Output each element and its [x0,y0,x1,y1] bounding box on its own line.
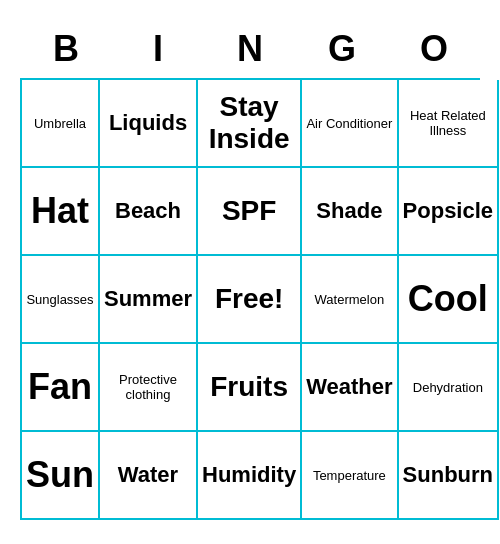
bingo-cell[interactable]: Sun [22,432,100,520]
bingo-cell[interactable]: Water [100,432,198,520]
cell-text: Humidity [202,462,296,488]
bingo-letter-g: G [296,24,388,74]
bingo-cell[interactable]: Umbrella [22,80,100,168]
bingo-cell[interactable]: Shade [302,168,398,256]
cell-text: Protective clothing [104,372,192,402]
cell-text: Sun [26,454,94,496]
bingo-cell[interactable]: Temperature [302,432,398,520]
cell-text: Popsicle [403,198,493,224]
cell-text: Umbrella [34,116,86,131]
cell-text: Heat Related Illness [403,108,493,138]
cell-text: Summer [104,286,192,312]
cell-text: Water [118,462,178,488]
bingo-grid: UmbrellaLiquidsStay InsideAir Conditione… [20,78,480,520]
bingo-cell[interactable]: Watermelon [302,256,398,344]
bingo-cell[interactable]: Humidity [198,432,302,520]
cell-text: Dehydration [413,380,483,395]
bingo-cell[interactable]: Heat Related Illness [399,80,499,168]
bingo-card: BINGO UmbrellaLiquidsStay InsideAir Cond… [10,14,490,530]
cell-text: Weather [306,374,392,400]
bingo-letter-b: B [20,24,112,74]
cell-text: Fan [28,366,92,408]
bingo-cell[interactable]: Protective clothing [100,344,198,432]
bingo-cell[interactable]: Stay Inside [198,80,302,168]
cell-text: Free! [215,283,283,315]
bingo-cell[interactable]: Dehydration [399,344,499,432]
bingo-cell[interactable]: Hat [22,168,100,256]
bingo-cell[interactable]: SPF [198,168,302,256]
cell-text: Sunglasses [26,292,93,307]
bingo-cell[interactable]: Cool [399,256,499,344]
cell-text: Fruits [210,371,288,403]
bingo-cell[interactable]: Sunburn [399,432,499,520]
bingo-letter-o: O [388,24,480,74]
bingo-cell[interactable]: Fan [22,344,100,432]
bingo-cell[interactable]: Sunglasses [22,256,100,344]
cell-text: Watermelon [315,292,385,307]
cell-text: Shade [316,198,382,224]
bingo-letter-n: N [204,24,296,74]
cell-text: Sunburn [403,462,493,488]
cell-text: Hat [31,190,89,232]
bingo-header: BINGO [20,24,480,74]
bingo-letter-i: I [112,24,204,74]
cell-text: SPF [222,195,276,227]
cell-text: Cool [408,278,488,320]
cell-text: Beach [115,198,181,224]
bingo-cell[interactable]: Air Conditioner [302,80,398,168]
bingo-cell[interactable]: Weather [302,344,398,432]
cell-text: Temperature [313,468,386,483]
bingo-cell[interactable]: Free! [198,256,302,344]
bingo-cell[interactable]: Beach [100,168,198,256]
bingo-cell[interactable]: Summer [100,256,198,344]
bingo-cell[interactable]: Liquids [100,80,198,168]
cell-text: Stay Inside [202,91,296,155]
cell-text: Air Conditioner [306,116,392,131]
cell-text: Liquids [109,110,187,136]
bingo-cell[interactable]: Fruits [198,344,302,432]
bingo-cell[interactable]: Popsicle [399,168,499,256]
